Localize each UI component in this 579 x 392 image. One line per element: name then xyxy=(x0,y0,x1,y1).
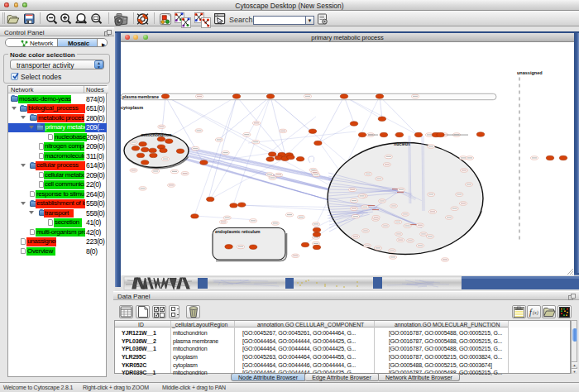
svg-text:cytoplasm: cytoplasm xyxy=(121,105,143,110)
svg-text:nucleus: nucleus xyxy=(394,141,410,146)
svg-text:unassigned: unassigned xyxy=(517,70,543,75)
svg-text:(x): (x) xyxy=(533,310,538,316)
svg-text:mitochondrion: mitochondrion xyxy=(141,132,171,137)
svg-text:plasma membrane: plasma membrane xyxy=(122,94,159,99)
svg-text:endoplasmic reticulum: endoplasmic reticulum xyxy=(215,229,261,234)
